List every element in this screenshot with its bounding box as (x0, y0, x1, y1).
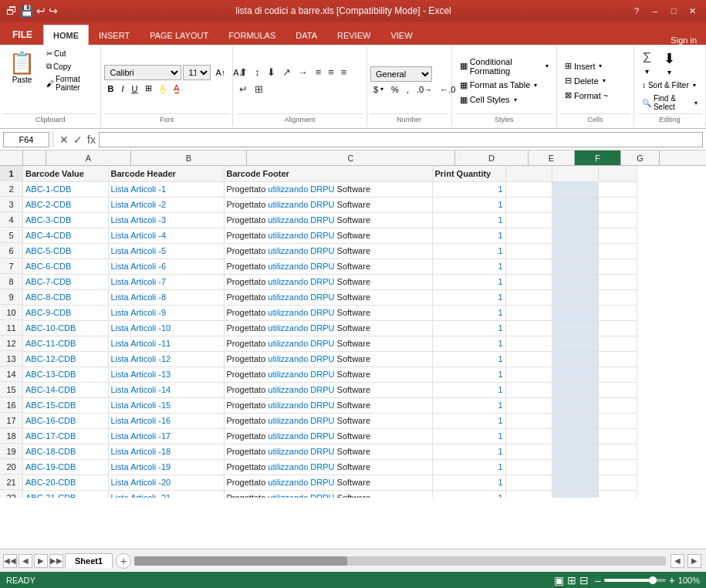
maximize-button[interactable]: □ (666, 4, 681, 18)
cell-print-quantity[interactable]: 1 (432, 243, 505, 259)
cell-g[interactable] (598, 320, 637, 336)
cell-g[interactable] (598, 397, 637, 413)
cell-barcode-footer[interactable]: Progettato utilizzando DRPU Software (224, 444, 432, 459)
cell-barcode-header[interactable]: Lista Articoli -10 (108, 320, 224, 336)
cell-f[interactable] (552, 428, 598, 444)
orientation-button[interactable]: ↗ (279, 64, 294, 80)
cell-g[interactable] (598, 212, 637, 228)
cell-barcode-footer[interactable]: Progettato utilizzando DRPU Software (224, 274, 432, 289)
cell-barcode-footer[interactable]: Progettato utilizzando DRPU Software (224, 197, 432, 212)
col-header-D[interactable]: D (455, 150, 529, 165)
percent-button[interactable]: % (388, 83, 402, 96)
cell-print-quantity[interactable]: 1 (432, 274, 505, 289)
function-icon[interactable]: fx (87, 133, 96, 146)
cell-print-quantity[interactable]: 1 (432, 320, 505, 336)
cell-e[interactable] (505, 475, 552, 490)
cell-f[interactable] (552, 351, 598, 367)
fill-color-button[interactable]: A̲ (157, 82, 169, 95)
format-as-table-button[interactable]: ▦ Format as Table ▾ (455, 78, 553, 93)
increase-font-button[interactable]: A↑ (212, 66, 228, 79)
cell-g[interactable] (598, 444, 637, 459)
cell-e[interactable] (505, 382, 552, 397)
cell-barcode-value[interactable]: ABC-2-CDB (23, 197, 108, 212)
horizontal-scrollbar-thumb[interactable] (134, 556, 347, 566)
cell-barcode-value[interactable]: ABC-12-CDB (23, 351, 108, 367)
cell-e[interactable] (505, 490, 552, 498)
cell-g[interactable] (598, 382, 637, 397)
conditional-formatting-button[interactable]: ▦ Conditional Formatting ▾ (455, 55, 553, 78)
cell-barcode-footer[interactable]: Progettato utilizzando DRPU Software (224, 289, 432, 305)
cell-e[interactable] (505, 320, 552, 336)
cell-barcode-footer[interactable]: Progettato utilizzando DRPU Software (224, 336, 432, 351)
wrap-text-button[interactable]: ↵ (236, 81, 251, 97)
cell-g[interactable] (598, 305, 637, 320)
sign-in-button[interactable]: Sign in (661, 35, 706, 45)
cell-barcode-value[interactable]: ABC-18-CDB (23, 444, 108, 459)
cell-barcode-value[interactable]: ABC-6-CDB (23, 259, 108, 274)
cell-barcode-header[interactable]: Lista Articoli -3 (108, 212, 224, 228)
cell-barcode-header[interactable]: Lista Articoli -7 (108, 274, 224, 289)
cell-barcode-header[interactable]: Lista Articoli -17 (108, 428, 224, 444)
cell-g[interactable] (598, 459, 637, 475)
cell-barcode-footer[interactable]: Progettato utilizzando DRPU Software (224, 413, 432, 428)
cell-barcode-header[interactable]: Lista Articoli -5 (108, 243, 224, 259)
cell-barcode-footer[interactable]: Progettato utilizzando DRPU Software (224, 351, 432, 367)
cell-barcode-value[interactable]: ABC-4-CDB (23, 228, 108, 243)
tab-file[interactable]: FILE (2, 25, 43, 45)
cell-barcode-value[interactable]: ABC-1-CDB (23, 181, 108, 197)
cell-f[interactable] (552, 475, 598, 490)
col-header-G[interactable]: G (621, 150, 660, 165)
sheet-nav-last[interactable]: ▶▶ (49, 554, 63, 568)
cell-print-quantity[interactable]: 1 (432, 351, 505, 367)
tab-home[interactable]: HOME (43, 25, 89, 45)
cell-barcode-footer[interactable]: Progettato utilizzando DRPU Software (224, 475, 432, 490)
cell-print-quantity[interactable]: 1 (432, 428, 505, 444)
cell-barcode-footer[interactable]: Progettato utilizzando DRPU Software (224, 212, 432, 228)
cell-barcode-header[interactable]: Lista Articoli -21 (108, 490, 224, 498)
cell-barcode-header[interactable]: Lista Articoli -4 (108, 228, 224, 243)
cancel-icon[interactable]: ✕ (59, 133, 69, 146)
col-header-A[interactable]: A (46, 150, 131, 165)
sheet-nav-first[interactable]: ◀◀ (3, 554, 17, 568)
bold-button[interactable]: B (104, 83, 117, 95)
normal-view-icon[interactable]: ▣ (554, 574, 564, 586)
cell-e[interactable] (505, 289, 552, 305)
format-painter-button[interactable]: 🖌 Format Painter (42, 73, 97, 93)
cell-barcode-header[interactable]: Lista Articoli -15 (108, 397, 224, 413)
cell-f[interactable] (552, 320, 598, 336)
increase-indent-button[interactable]: → (295, 64, 311, 80)
font-name-select[interactable]: Calibri (104, 65, 181, 80)
cell-print-quantity[interactable]: 1 (432, 459, 505, 475)
cell-f[interactable] (552, 274, 598, 289)
merge-center-button[interactable]: ⊞ (252, 81, 266, 97)
grid-area[interactable]: 1 Barcode Value Barcode Header Barcode F… (0, 166, 706, 498)
cell-barcode-footer[interactable]: Progettato utilizzando DRPU Software (224, 243, 432, 259)
cell-barcode-footer[interactable]: Progettato utilizzando DRPU Software (224, 459, 432, 475)
cell-barcode-footer[interactable]: Progettato utilizzando DRPU Software (224, 228, 432, 243)
bottom-align-button[interactable]: ⬇ (264, 64, 279, 80)
cell-barcode-header[interactable]: Lista Articoli -1 (108, 181, 224, 197)
border-button[interactable]: ⊞ (142, 82, 155, 95)
cell-f[interactable] (552, 459, 598, 475)
zoom-out-button[interactable]: – (595, 574, 601, 586)
delete-cells-button[interactable]: ⊟ Delete ▾ (560, 73, 613, 88)
cell-g[interactable] (598, 243, 637, 259)
cell-barcode-header[interactable]: Lista Articoli -16 (108, 413, 224, 428)
cell-reference-box[interactable] (3, 132, 49, 147)
cell-f[interactable] (552, 212, 598, 228)
cell-barcode-header[interactable]: Lista Articoli -13 (108, 367, 224, 382)
cell-barcode-header[interactable]: Lista Articoli -9 (108, 305, 224, 320)
sheet-tab-sheet1[interactable]: Sheet1 (65, 553, 113, 568)
horizontal-scrollbar[interactable] (134, 556, 666, 566)
tab-page-layout[interactable]: PAGE LAYOUT (140, 25, 218, 45)
cell-e[interactable] (505, 367, 552, 382)
cell-f[interactable] (552, 197, 598, 212)
zoom-in-button[interactable]: + (669, 574, 675, 586)
cell-barcode-value[interactable]: ABC-17-CDB (23, 428, 108, 444)
cell-barcode-header[interactable]: Lista Articoli -20 (108, 475, 224, 490)
cell-e[interactable] (505, 397, 552, 413)
save-icon[interactable]: 💾 (20, 5, 33, 17)
cell-barcode-header[interactable]: Lista Articoli -12 (108, 351, 224, 367)
zoom-thumb[interactable] (649, 576, 657, 584)
center-align-button[interactable]: ≡ (325, 64, 337, 80)
